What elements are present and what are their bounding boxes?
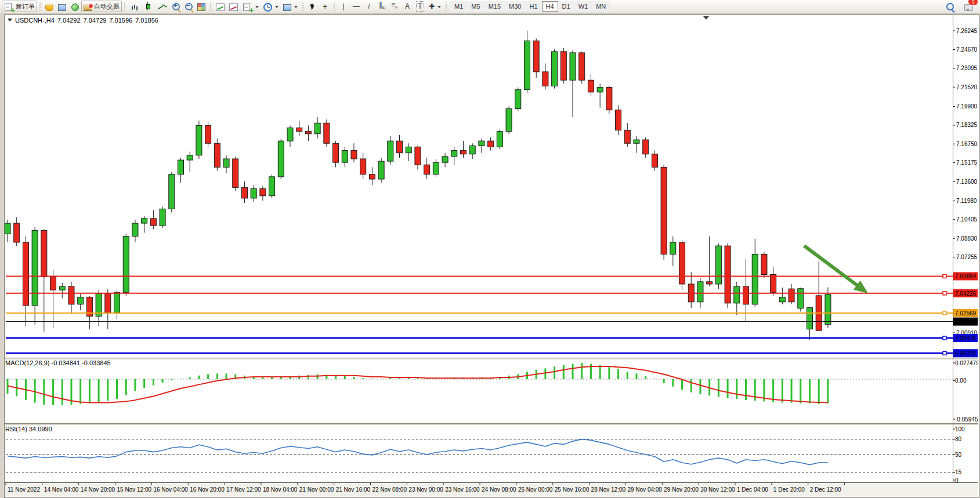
new-chart-dropdown[interactable]	[240, 1, 261, 12]
new-order-button[interactable]: 新订单	[2, 1, 37, 12]
timeframe-mn[interactable]: MN	[592, 1, 610, 12]
toolbar-separator	[334, 2, 335, 12]
bear-candle	[41, 230, 47, 277]
bull-candle	[114, 292, 120, 312]
cursor-button[interactable]	[306, 1, 319, 12]
crosshair-button[interactable]: +	[319, 1, 331, 12]
bull-candle	[78, 297, 84, 304]
time-axis-label: 29 Nov 20:00	[664, 486, 699, 493]
tile-windows-button[interactable]	[195, 1, 208, 12]
bull-candle	[287, 128, 293, 141]
timeframe-d1[interactable]: D1	[558, 1, 574, 12]
chart-surface[interactable]: 7.262457.246707.230957.215207.199007.183…	[5, 15, 978, 496]
fibonacci-button[interactable]: ≡F	[388, 1, 401, 12]
bear-candle	[533, 41, 539, 71]
timeframe-w1[interactable]: W1	[574, 1, 592, 12]
bull-candle	[123, 237, 129, 293]
channel-button[interactable]: ∥E	[375, 1, 388, 12]
price-tick-label: 7.16750	[956, 141, 978, 147]
price-tick-label: 7.21520	[956, 84, 978, 90]
time-axis-label: 21 Nov 16:00	[336, 486, 371, 493]
tile-windows-icon	[197, 3, 205, 11]
chevron-down-icon	[255, 6, 259, 10]
auto-trading-button[interactable]: 自动交易	[81, 1, 122, 12]
toolbar-right-group: 1	[943, 1, 975, 12]
orange-support-line-handle[interactable]	[943, 311, 946, 315]
new-order-icon	[5, 3, 12, 11]
toolbar-separator	[210, 2, 211, 12]
zoom-out-button[interactable]	[182, 1, 195, 12]
line-chart-icon	[158, 2, 167, 11]
indicators-button[interactable]	[214, 1, 227, 12]
horizontal-line-button[interactable]: —	[350, 1, 363, 12]
price-tick-label: 7.15175	[956, 159, 978, 166]
text-button[interactable]: A	[401, 1, 414, 12]
symbol-period-label: USDCNH-,H4	[15, 17, 55, 24]
notifications-button[interactable]: 1	[962, 1, 975, 12]
toolbar-separator	[446, 2, 447, 12]
bar-chart-button[interactable]	[128, 1, 142, 12]
signals-icon	[71, 3, 79, 11]
line-chart-button[interactable]	[156, 1, 169, 12]
time-axis-label: 17 Nov 12:00	[226, 486, 261, 493]
time-axis-label: 22 Nov 08:00	[373, 486, 407, 493]
vertical-line-button[interactable]: |	[337, 1, 350, 12]
resistance-line-1-handle[interactable]	[943, 274, 946, 278]
zoom-in-button[interactable]	[169, 1, 182, 12]
chart-dropdown-icon[interactable]	[8, 19, 12, 24]
rsi-tick-label: 80	[955, 436, 962, 442]
bear-candle	[679, 242, 685, 284]
timeframe-m5[interactable]: M5	[467, 1, 484, 12]
data-window-button[interactable]	[56, 1, 68, 12]
candlestick-chart-button[interactable]	[142, 1, 156, 12]
signals-button[interactable]	[68, 1, 81, 12]
chart-title-bar: USDCNH-,H4 7.04292 7.04729 7.01596 7.018…	[8, 16, 158, 24]
time-axis-label: 14 Nov 20:00	[81, 486, 115, 493]
auto-trading-label: 自动交易	[94, 2, 120, 11]
timeframe-m15[interactable]: M15	[484, 1, 505, 12]
bull-candle	[378, 161, 384, 179]
trendline-button[interactable]: /	[363, 1, 375, 12]
horizontal-line-icon: —	[353, 2, 360, 11]
periods-clock-icon	[263, 3, 272, 12]
search-button[interactable]	[943, 1, 956, 12]
toolbar-separator	[39, 2, 41, 12]
bar-chart-icon	[130, 2, 139, 11]
timeframe-group: M1M5M15M30H1H4D1W1MN	[450, 1, 610, 12]
timeframe-m1[interactable]: M1	[450, 1, 467, 12]
price-tick-label: 7.19900	[956, 103, 978, 110]
time-axis-label: 28 Nov 12:00	[591, 486, 626, 493]
quotes-button[interactable]	[43, 1, 56, 12]
fibonacci-icon: ≡F	[391, 0, 397, 12]
auto-trading-icon	[84, 5, 92, 11]
time-axis-label: 30 Nov 12:00	[700, 486, 735, 493]
timeframe-m30[interactable]: M30	[505, 1, 525, 12]
new-order-label: 新订单	[16, 2, 35, 11]
macd-tick-label: 0.027479	[955, 360, 978, 366]
time-axis-label: 16 Nov 20:00	[190, 486, 225, 493]
ohlc-open: 7.04292	[57, 17, 81, 24]
timeframe-h1[interactable]: H1	[525, 1, 541, 12]
rsi-name: RSI(14)	[5, 426, 27, 432]
bear-candle	[771, 274, 776, 292]
search-icon	[946, 3, 954, 10]
text-label-button[interactable]: T	[414, 1, 426, 12]
time-axis-label: 21 Nov 00:00	[299, 486, 334, 493]
periods-dropdown[interactable]	[261, 1, 281, 12]
quotes-icon	[45, 5, 53, 11]
rsi-value: 34.0990	[29, 426, 52, 432]
timeframe-h4[interactable]: H4	[542, 1, 558, 12]
templates-dropdown[interactable]	[281, 1, 300, 12]
blue-support-line-1-handle[interactable]	[943, 336, 946, 340]
indicator-windows-button[interactable]	[227, 1, 240, 12]
resistance-line-2-handle[interactable]	[943, 292, 946, 295]
arrows-dropdown[interactable]: ✚	[426, 1, 443, 12]
metatrader-app: 新订单 自动交易 + | — / ∥E ≡F A T ✚	[0, 0, 980, 498]
bear-candle	[233, 159, 238, 187]
ohlc-close: 7.01856	[135, 17, 158, 24]
bull-candle	[734, 286, 740, 303]
ohlc-high: 7.04729	[84, 17, 107, 24]
blue-support-line-2-handle[interactable]	[943, 351, 946, 355]
bull-candle	[406, 147, 411, 152]
bear-candle	[743, 286, 749, 304]
